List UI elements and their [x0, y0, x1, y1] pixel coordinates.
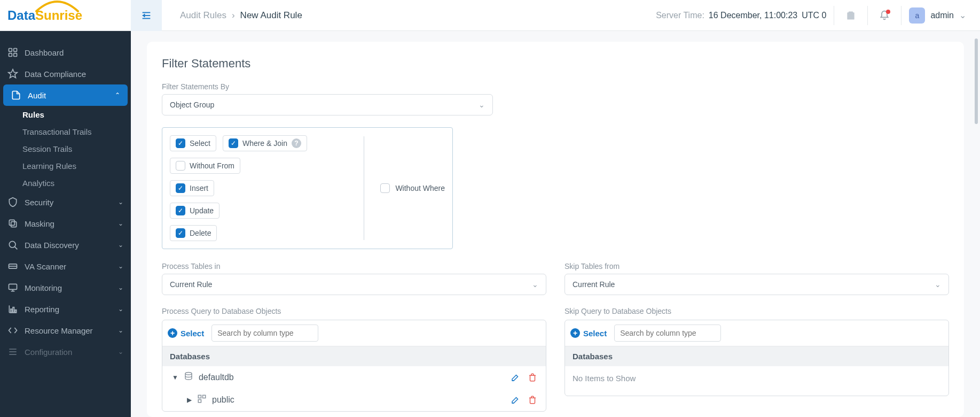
process-tables-select[interactable]: Current Rule ⌄: [162, 274, 546, 295]
scrollbar[interactable]: [975, 38, 978, 417]
skip-select-button[interactable]: + Select: [570, 328, 607, 338]
svg-rect-8: [11, 222, 17, 227]
checkbox-label: Update: [190, 206, 214, 215]
empty-state: No Items to Show: [565, 366, 948, 396]
process-select-button[interactable]: + Select: [168, 328, 204, 338]
sidebar-item-masking[interactable]: Masking ⌄: [0, 213, 131, 234]
process-search-input[interactable]: [211, 325, 318, 342]
chart-icon: [7, 304, 18, 314]
database-name: defaultdb: [199, 373, 234, 382]
sidebar-item-label: Learning Rules: [22, 161, 123, 171]
svg-rect-9: [9, 220, 14, 225]
svg-line-11: [14, 246, 17, 249]
file-icon: [11, 90, 21, 101]
sidebar-item-label: Dashboard: [25, 48, 123, 57]
checkbox-label: Select: [190, 139, 210, 148]
schema-icon: [197, 394, 207, 406]
edit-button[interactable]: [509, 394, 521, 406]
sidebar-item-security[interactable]: Security ⌄: [0, 191, 131, 213]
svg-rect-29: [198, 400, 201, 403]
svg-point-25: [185, 373, 192, 375]
sidebar-item-resource-manager[interactable]: Resource Manager ⌄: [0, 320, 131, 341]
sidebar-item-label: VA Scanner: [25, 262, 112, 271]
checkbox-without-where[interactable]: Without Where: [380, 183, 445, 193]
svg-rect-21: [15, 310, 16, 313]
sidebar-item-session-trails[interactable]: Session Trails: [15, 140, 131, 157]
delete-button[interactable]: [527, 394, 538, 406]
chevron-up-icon: ⌃: [115, 91, 120, 99]
filter-panel: ✓ Select ✓ Where & Join ? Without From: [162, 127, 453, 249]
chevron-down-icon: ⌄: [118, 305, 123, 313]
code-icon: [7, 325, 18, 336]
skip-tables-select[interactable]: Current Rule ⌄: [565, 274, 949, 295]
svg-rect-6: [14, 53, 17, 57]
tree-row-database[interactable]: ▼ defaultdb: [162, 366, 546, 389]
user-menu[interactable]: a admin ⌄: [909, 7, 966, 24]
checkbox-on-icon: ✓: [229, 138, 238, 148]
scanner-icon: [7, 261, 18, 272]
notifications-button[interactable]: [875, 6, 893, 25]
chevron-down-icon: ⌄: [959, 10, 966, 20]
sidebar-item-monitoring[interactable]: Monitoring ⌄: [0, 277, 131, 298]
sidebar-item-learning-rules[interactable]: Learning Rules: [15, 157, 131, 174]
svg-rect-27: [198, 395, 201, 398]
search-icon: [7, 240, 18, 250]
checkbox-insert[interactable]: ✓ Insert: [170, 180, 214, 196]
sidebar-item-label: Analytics: [22, 179, 123, 188]
help-icon[interactable]: ?: [292, 138, 301, 148]
notification-dot-icon: [886, 10, 890, 14]
delete-button[interactable]: [527, 372, 538, 383]
process-objects-box: + Select Databases ▼ defaultdb: [162, 320, 546, 412]
checkbox-label: Insert: [190, 184, 208, 192]
checkbox-where-join[interactable]: ✓ Where & Join ?: [223, 135, 307, 151]
select-value: Current Rule: [573, 280, 615, 289]
select-value: Object Group: [170, 101, 214, 109]
chevron-down-icon: ⌄: [118, 348, 123, 356]
chevron-right-icon: ›: [232, 10, 235, 21]
sidebar-item-dashboard[interactable]: Dashboard: [0, 42, 131, 63]
checkbox-update[interactable]: ✓ Update: [170, 203, 219, 219]
avatar: a: [909, 7, 925, 24]
checkbox-delete[interactable]: ✓ Delete: [170, 225, 217, 241]
breadcrumb: Audit Rules › New Audit Rule: [180, 10, 302, 21]
skip-tables-label: Skip Tables from: [565, 262, 949, 271]
button-label: Select: [583, 329, 607, 338]
sidebar-toggle[interactable]: [131, 0, 162, 31]
edit-button[interactable]: [509, 372, 521, 383]
select-value: Current Rule: [170, 280, 212, 289]
checkbox-label: Without Where: [395, 184, 445, 192]
server-time-label: Server Time:: [656, 11, 704, 20]
chevron-down-icon: ⌄: [479, 101, 485, 109]
skip-search-input[interactable]: [614, 325, 721, 342]
sidebar-item-label: Audit: [28, 91, 108, 100]
breadcrumb-parent[interactable]: Audit Rules: [180, 10, 226, 21]
sidebar-item-audit[interactable]: Audit ⌃: [3, 84, 128, 106]
sidebar-item-label: Transactional Trails: [22, 127, 123, 136]
sidebar-item-configuration[interactable]: Configuration ⌄: [0, 341, 131, 362]
sidebar-item-analytics[interactable]: Analytics: [15, 174, 131, 191]
sidebar-item-transactional-trails[interactable]: Transactional Trails: [15, 123, 131, 140]
sidebar-item-data-discovery[interactable]: Data Discovery ⌄: [0, 234, 131, 256]
logo: Data Sunrise: [0, 0, 131, 31]
main: Audit Rules › New Audit Rule Server Time…: [131, 0, 980, 417]
skip-query-label: Skip Query to Database Objects: [565, 307, 949, 315]
checkbox-select[interactable]: ✓ Select: [170, 135, 216, 151]
sidebar-item-data-compliance[interactable]: Data Compliance: [0, 63, 131, 84]
sidebar-item-va-scanner[interactable]: VA Scanner ⌄: [0, 256, 131, 277]
sliders-icon: [7, 346, 18, 357]
databases-header: Databases: [565, 346, 948, 366]
sidebar-item-reporting[interactable]: Reporting ⌄: [0, 298, 131, 320]
chevron-down-icon: ⌄: [935, 280, 941, 289]
checkbox-off-icon: [176, 161, 185, 171]
clipboard-button[interactable]: [842, 6, 860, 25]
filter-by-select[interactable]: Object Group ⌄: [162, 94, 493, 115]
svg-rect-19: [11, 309, 12, 313]
checkbox-without-from[interactable]: Without From: [170, 158, 240, 174]
chevron-down-icon: ⌄: [118, 220, 123, 227]
sidebar-item-rules[interactable]: Rules: [15, 106, 131, 123]
page: Filter Statements Filter Statements By O…: [131, 31, 980, 417]
checkbox-on-icon: ✓: [176, 138, 185, 148]
sidebar-item-label: Monitoring: [25, 283, 112, 292]
tree-row-schema[interactable]: ▶ public: [162, 389, 546, 411]
chevron-down-icon: ⌄: [532, 280, 538, 289]
